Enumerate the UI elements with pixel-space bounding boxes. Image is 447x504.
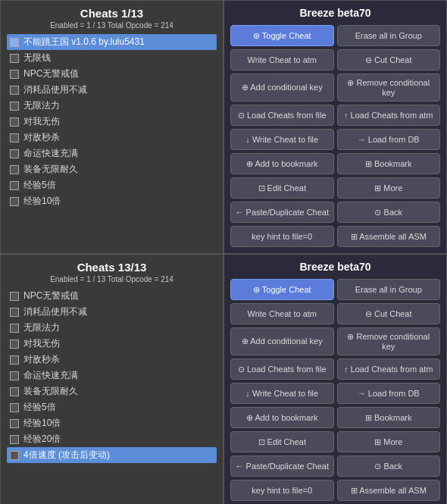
add-cond-key-btn-2[interactable]: ⊕ Add conditional key	[230, 327, 334, 355]
bottom-left-panel: Cheats 13/13 Enabled = 1 / 13 Total Opco…	[0, 254, 224, 504]
more-btn-2[interactable]: ⊞ More	[337, 431, 441, 452]
erase-all-btn[interactable]: Erase all in Group	[337, 25, 441, 46]
load-from-db-btn[interactable]: → Load from DB	[337, 129, 441, 150]
cheat-item[interactable]: 无限钱	[7, 50, 217, 66]
cheat-checkbox	[10, 86, 19, 95]
write-cheat-atm-btn[interactable]: Write Cheat to atm	[230, 49, 334, 70]
cheat-checkbox	[10, 181, 19, 190]
paste-dup-btn-2[interactable]: ← Paste/Duplicate Cheat	[230, 455, 334, 477]
cheat-item[interactable]: 命运快速充满	[7, 146, 217, 161]
cheat-label: 命运快速充满	[23, 147, 78, 160]
bookmark-btn-2[interactable]: ⊞ Bookmark	[337, 407, 441, 428]
cheat-item[interactable]: 不能跳王国 v1.0.6 by.lulu5431	[7, 34, 217, 50]
cheat-item[interactable]: 对敌秒杀	[7, 130, 217, 146]
cheat-checkbox	[10, 70, 19, 79]
cheat-item[interactable]: 消耗品使用不减	[7, 82, 217, 98]
edit-cheat-btn[interactable]: ⊡ Edit Cheat	[230, 177, 334, 199]
assemble-asm-btn[interactable]: ⊞ Assemble all ASM	[337, 226, 441, 247]
add-cond-key-btn[interactable]: ⊕ Add conditional key	[230, 74, 334, 102]
cut-cheat-btn-2[interactable]: ⊖ Cut Cheat	[337, 303, 441, 324]
bottom-left-subtitle: Enabled = 1 / 13 Total Opcode = 214	[7, 275, 217, 283]
back-btn-2[interactable]: ⊙ Back	[337, 455, 441, 477]
cheat-item[interactable]: 对我无伤	[7, 114, 217, 130]
cheat-item[interactable]: 经验10倍	[7, 193, 217, 209]
cheat-item[interactable]: NPC无警戒值	[7, 66, 217, 82]
load-from-db-btn-2[interactable]: → Load from DB	[337, 383, 441, 404]
cheat-item[interactable]: 无限法力	[7, 98, 217, 114]
cheat-checkbox	[10, 38, 19, 47]
cheat-label: 无限钱	[23, 52, 51, 64]
cheat-checkbox	[10, 308, 19, 317]
top-left-subtitle: Enabled = 1 / 13 Total Opcode = 214	[7, 21, 217, 30]
cheat-label: 装备无限耐久	[23, 385, 78, 398]
add-bookmark-btn-2[interactable]: ⊕ Add to bookmark	[230, 407, 334, 428]
cheat-label: NPC无警戒值	[23, 290, 79, 302]
cheat-checkbox	[10, 340, 19, 349]
key-hint-btn-2[interactable]: key hint to file=0	[230, 480, 334, 501]
paste-dup-btn[interactable]: ← Paste/Duplicate Cheat	[230, 202, 334, 223]
cheat-label: 经验20倍	[23, 433, 61, 446]
assemble-asm-btn-2[interactable]: ⊞ Assemble all ASM	[337, 480, 441, 501]
bottom-right-title: Breeze beta70	[230, 261, 440, 273]
cheat-item[interactable]: 对敌秒杀	[7, 352, 217, 368]
cheat-checkbox	[10, 451, 19, 460]
cheat-item[interactable]: 经验10倍	[7, 415, 217, 431]
cheat-label: 经验10倍	[23, 195, 61, 208]
cheat-item[interactable]: 经验20倍	[7, 431, 217, 447]
toggle-cheat-btn[interactable]: ⊛ Toggle Cheat	[230, 25, 334, 46]
cheat-checkbox	[10, 54, 19, 63]
cut-cheat-btn[interactable]: ⊖ Cut Cheat	[337, 49, 441, 70]
more-btn[interactable]: ⊞ More	[337, 177, 441, 199]
bottom-right-panel: Breeze beta70 ⊛ Toggle CheatErase all in…	[224, 254, 447, 504]
cheat-item[interactable]: 装备无限耐久	[7, 383, 217, 399]
cheat-item[interactable]: 无限法力	[7, 320, 217, 336]
top-cheat-list: 不能跳王国 v1.0.6 by.lulu5431无限钱NPC无警戒值消耗品使用不…	[7, 34, 217, 247]
cheat-checkbox	[10, 355, 19, 365]
load-cheats-file-btn-2[interactable]: ⊙ Load Cheats from file	[230, 358, 334, 380]
toggle-cheat-btn-2[interactable]: ⊛ Toggle Cheat	[230, 279, 334, 300]
cheat-checkbox	[10, 165, 19, 174]
cheat-item[interactable]: 经验5倍	[7, 177, 217, 193]
cheat-label: 对敌秒杀	[23, 131, 60, 144]
cheat-label: 对我无伤	[23, 115, 60, 128]
cheat-item[interactable]: 命运快速充满	[7, 368, 217, 383]
cheat-checkbox	[10, 102, 19, 111]
load-cheats-atm-btn-2[interactable]: ↑ Load Cheats from atm	[337, 358, 441, 380]
back-btn[interactable]: ⊙ Back	[337, 202, 441, 223]
cheat-item[interactable]: 经验5倍	[7, 399, 217, 415]
load-cheats-file-btn[interactable]: ⊙ Load Cheats from file	[230, 105, 334, 126]
cheat-checkbox	[10, 371, 19, 380]
remove-cond-key-btn-2[interactable]: ⊕ Remove conditional key	[337, 327, 441, 355]
cheat-checkbox	[10, 324, 19, 333]
cheat-item[interactable]: 消耗品使用不减	[7, 304, 217, 320]
cheat-checkbox	[10, 292, 19, 301]
erase-all-btn-2[interactable]: Erase all in Group	[337, 279, 441, 300]
bookmark-btn[interactable]: ⊞ Bookmark	[337, 153, 441, 174]
cheat-checkbox	[10, 149, 19, 158]
load-cheats-atm-btn[interactable]: ↑ Load Cheats from atm	[337, 105, 441, 126]
bottom-left-title: Cheats 13/13	[7, 261, 217, 274]
cheat-label: 无限法力	[23, 321, 60, 334]
edit-cheat-btn-2[interactable]: ⊡ Edit Cheat	[230, 431, 334, 452]
cheat-checkbox	[10, 133, 19, 142]
top-left-panel: Cheats 1/13 Enabled = 1 / 13 Total Opcod…	[0, 0, 224, 254]
top-right-title: Breeze beta70	[230, 7, 440, 19]
top-right-panel: Breeze beta70 ⊛ Toggle CheatErase all in…	[224, 0, 447, 254]
cheat-checkbox	[10, 197, 19, 206]
cheat-checkbox	[10, 387, 19, 396]
cheat-item[interactable]: NPC无警戒值	[7, 288, 217, 304]
write-cheat-file-btn-2[interactable]: ↓ Write Cheat to file	[230, 383, 334, 404]
cheat-label: 装备无限耐久	[23, 163, 78, 176]
cheat-item[interactable]: 4倍速度 (攻击后变动)	[7, 447, 217, 463]
remove-cond-key-btn[interactable]: ⊕ Remove conditional key	[337, 74, 441, 102]
add-bookmark-btn[interactable]: ⊕ Add to bookmark	[230, 153, 334, 174]
bottom-cheat-list: NPC无警戒值消耗品使用不减无限法力对我无伤对敌秒杀命运快速充满装备无限耐久经验…	[7, 288, 217, 501]
cheat-item[interactable]: 装备无限耐久	[7, 161, 217, 177]
key-hint-btn[interactable]: key hint to file=0	[230, 226, 334, 247]
write-cheat-atm-btn-2[interactable]: Write Cheat to atm	[230, 303, 334, 324]
write-cheat-file-btn[interactable]: ↓ Write Cheat to file	[230, 129, 334, 150]
cheat-label: 经验5倍	[23, 401, 56, 414]
cheat-label: 对我无伤	[23, 337, 60, 350]
cheat-item[interactable]: 对我无伤	[7, 336, 217, 352]
cheat-label: 无限法力	[23, 99, 60, 112]
